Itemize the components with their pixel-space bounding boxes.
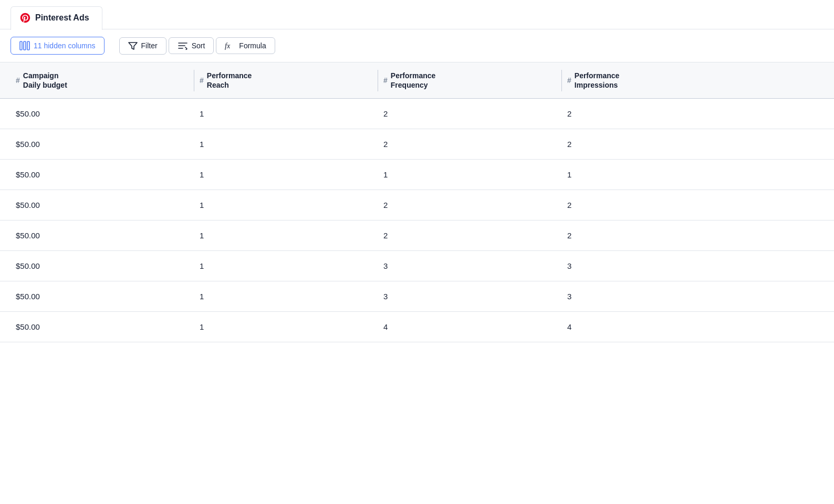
table-row: $50.00 1 1 1 bbox=[0, 160, 834, 190]
col-label-budget-2: Daily budget bbox=[23, 80, 67, 90]
col-hash-2: # bbox=[200, 76, 204, 85]
col-hash-1: # bbox=[16, 76, 20, 85]
col-hash-3: # bbox=[383, 76, 388, 85]
col-label-reach-2: Reach bbox=[207, 80, 252, 90]
cell-reach-6: 1 bbox=[194, 281, 378, 311]
pinterest-ads-tab[interactable]: Pinterest Ads bbox=[11, 6, 102, 30]
cell-reach-4: 1 bbox=[194, 220, 378, 250]
svg-text:fx: fx bbox=[225, 42, 231, 50]
hidden-columns-label: 11 hidden columns bbox=[34, 41, 96, 50]
cell-budget-4: $50.00 bbox=[11, 220, 194, 250]
cell-impressions-3: 2 bbox=[562, 190, 746, 220]
col-label-reach-1: Performance bbox=[207, 71, 252, 80]
col-label-freq-1: Performance bbox=[391, 71, 436, 80]
cell-frequency-5: 3 bbox=[378, 251, 562, 281]
cell-frequency-2: 1 bbox=[378, 160, 562, 190]
col-header-frequency: # Performance Frequency bbox=[378, 62, 562, 98]
cell-budget-2: $50.00 bbox=[11, 160, 194, 190]
col-hash-4: # bbox=[567, 76, 571, 85]
pinterest-icon bbox=[19, 12, 31, 24]
cell-budget-3: $50.00 bbox=[11, 190, 194, 220]
table-row: $50.00 1 2 2 bbox=[0, 129, 834, 160]
col-label-budget-1: Campaign bbox=[23, 71, 67, 80]
filter-icon bbox=[128, 41, 138, 50]
table-row: $50.00 1 4 4 bbox=[0, 312, 834, 342]
col-header-reach: # Performance Reach bbox=[194, 62, 378, 98]
formula-icon: fx bbox=[225, 41, 235, 50]
filter-label: Filter bbox=[141, 41, 158, 50]
col-header-impressions: # Performance Impressions bbox=[562, 62, 746, 98]
formula-label: Formula bbox=[239, 41, 266, 50]
toolbar: 11 hidden columns Filter Sort bbox=[0, 29, 834, 62]
cell-frequency-0: 2 bbox=[378, 99, 562, 129]
hidden-columns-button[interactable]: 11 hidden columns bbox=[11, 37, 105, 55]
cell-reach-7: 1 bbox=[194, 312, 378, 342]
sort-icon bbox=[178, 41, 188, 50]
cell-reach-0: 1 bbox=[194, 99, 378, 129]
cell-budget-5: $50.00 bbox=[11, 251, 194, 281]
svg-rect-1 bbox=[24, 41, 26, 50]
cell-frequency-1: 2 bbox=[378, 129, 562, 159]
tab-label: Pinterest Ads bbox=[35, 13, 89, 23]
sort-label: Sort bbox=[192, 41, 205, 50]
table-row: $50.00 1 3 3 bbox=[0, 251, 834, 281]
cell-frequency-3: 2 bbox=[378, 190, 562, 220]
cell-frequency-4: 2 bbox=[378, 220, 562, 250]
col-label-impr-2: Impressions bbox=[575, 80, 620, 90]
cell-frequency-7: 4 bbox=[378, 312, 562, 342]
formula-button[interactable]: fx Formula bbox=[216, 37, 275, 54]
sort-button[interactable]: Sort bbox=[169, 37, 214, 54]
col-label-freq-2: Frequency bbox=[391, 80, 436, 90]
svg-rect-2 bbox=[27, 41, 29, 50]
col-header-budget: # Campaign Daily budget bbox=[11, 62, 194, 98]
cell-reach-1: 1 bbox=[194, 129, 378, 159]
table-row: $50.00 1 2 2 bbox=[0, 190, 834, 220]
cell-reach-2: 1 bbox=[194, 160, 378, 190]
cell-impressions-7: 4 bbox=[562, 312, 746, 342]
cell-budget-7: $50.00 bbox=[11, 312, 194, 342]
cell-impressions-6: 3 bbox=[562, 281, 746, 311]
cell-frequency-6: 3 bbox=[378, 281, 562, 311]
cell-impressions-0: 2 bbox=[562, 99, 746, 129]
col-label-impr-1: Performance bbox=[575, 71, 620, 80]
cell-budget-0: $50.00 bbox=[11, 99, 194, 129]
cell-budget-1: $50.00 bbox=[11, 129, 194, 159]
cell-impressions-4: 2 bbox=[562, 220, 746, 250]
cell-impressions-2: 1 bbox=[562, 160, 746, 190]
table-container: # Campaign Daily budget # Performance Re… bbox=[0, 62, 834, 342]
cell-budget-6: $50.00 bbox=[11, 281, 194, 311]
table-row: $50.00 1 3 3 bbox=[0, 281, 834, 312]
cell-reach-5: 1 bbox=[194, 251, 378, 281]
filter-button[interactable]: Filter bbox=[119, 37, 166, 55]
columns-icon bbox=[19, 41, 30, 50]
cell-reach-3: 1 bbox=[194, 190, 378, 220]
svg-rect-0 bbox=[20, 41, 22, 50]
tab-bar: Pinterest Ads bbox=[0, 0, 834, 29]
table-row: $50.00 1 2 2 bbox=[0, 220, 834, 251]
cell-impressions-1: 2 bbox=[562, 129, 746, 159]
cell-impressions-5: 3 bbox=[562, 251, 746, 281]
table-body: $50.00 1 2 2 $50.00 1 2 2 $50.00 1 1 1 $… bbox=[0, 99, 834, 342]
table-row: $50.00 1 2 2 bbox=[0, 99, 834, 129]
table-header: # Campaign Daily budget # Performance Re… bbox=[0, 62, 834, 99]
app-container: Pinterest Ads 11 hidden columns F bbox=[0, 0, 834, 504]
